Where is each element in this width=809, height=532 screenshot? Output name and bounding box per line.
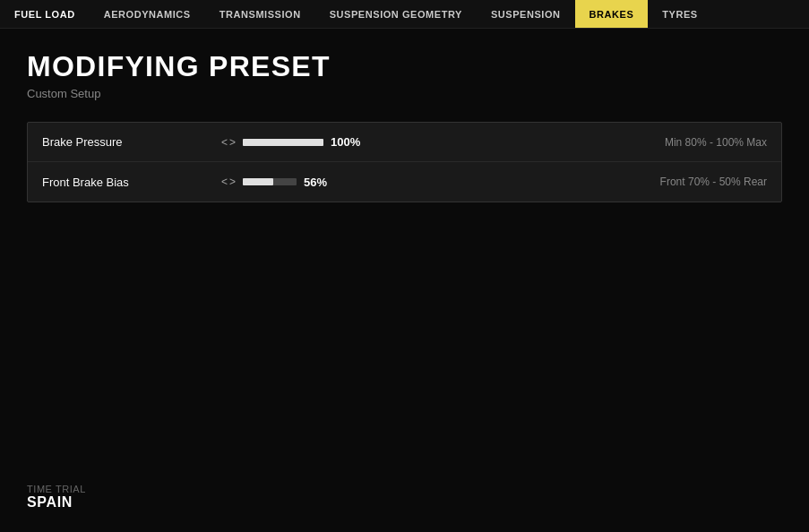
slider-container-front-brake-bias: 56% [243,176,624,189]
setting-control-front-brake-bias: < > 56% [221,176,624,189]
slider-fill-brake-pressure [243,139,323,146]
arrow-right-front-brake-bias[interactable]: > [229,176,236,188]
arrow-left-front-brake-bias[interactable]: < [221,176,228,188]
settings-panel: Brake Pressure < > 100% Min 80% - 100% M… [27,122,782,202]
nav-bar: FUEL LOAD AERODYNAMICS TRANSMISSION SUSP… [0,0,809,29]
setting-range-brake-pressure: Min 80% - 100% Max [624,136,767,149]
arrow-control-brake-pressure[interactable]: < > [221,136,236,149]
setting-row-front-brake-bias: Front Brake Bias < > 56% Front 70% - 50%… [28,162,781,202]
nav-item-brakes[interactable]: BRAKES [575,0,649,28]
setting-control-brake-pressure: < > 100% [221,135,624,149]
slider-value-brake-pressure: 100% [331,135,366,149]
slider-container-brake-pressure: 100% [243,135,624,149]
nav-item-suspension[interactable]: SUSPENSION [477,0,575,28]
nav-item-tyres[interactable]: TYRES [648,0,711,28]
bottom-value: SPAIN [27,494,86,511]
arrow-left-brake-pressure[interactable]: < [221,136,228,149]
setting-name-brake-pressure: Brake Pressure [42,135,221,149]
nav-item-aerodynamics[interactable]: AERODYNAMICS [90,0,205,28]
setting-range-front-brake-bias: Front 70% - 50% Rear [624,176,767,188]
bottom-label: Time Trial [27,484,86,494]
page-title: MODIFYING PRESET [27,50,782,83]
slider-value-front-brake-bias: 56% [304,176,340,189]
slider-bar-brake-pressure[interactable] [243,139,323,146]
bottom-info: Time Trial SPAIN [27,484,86,511]
arrow-control-front-brake-bias[interactable]: < > [221,176,236,188]
slider-bar-front-brake-bias[interactable] [243,178,297,185]
arrow-right-brake-pressure[interactable]: > [229,136,236,149]
slider-fill-front-brake-bias [243,178,273,185]
main-content: MODIFYING PRESET Custom Setup Brake Pres… [0,29,809,224]
page-subtitle: Custom Setup [27,87,782,100]
setting-name-front-brake-bias: Front Brake Bias [42,176,221,189]
setting-row-brake-pressure: Brake Pressure < > 100% Min 80% - 100% M… [28,123,781,162]
nav-item-transmission[interactable]: TRANSMISSION [205,0,315,28]
nav-item-suspension-geometry[interactable]: SUSPENSION GEOMETRY [315,0,477,28]
nav-item-fuel-load[interactable]: FUEL LOAD [0,0,90,28]
